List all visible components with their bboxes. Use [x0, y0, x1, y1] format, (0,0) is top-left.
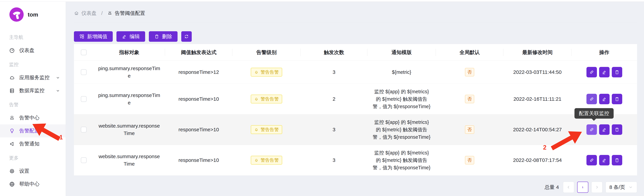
nav-section-main: 主导航	[0, 30, 66, 44]
home-icon	[74, 11, 79, 16]
window-top-strip	[0, 0, 644, 2]
alert-level-badge: 警告告警	[251, 125, 282, 134]
cloud-icon	[9, 75, 15, 81]
link-monitor-button[interactable]	[586, 94, 597, 104]
edit-icon	[602, 158, 607, 163]
metric-object: website.summary.responseTime	[93, 153, 165, 168]
global-default-badge: 否	[465, 95, 474, 103]
table-row: ping.summary.responseTime responseTime>1…	[74, 61, 637, 84]
trigger-expression: responseTime>12	[165, 68, 232, 76]
sidebar-item-label: 设置	[19, 168, 29, 174]
notify-template: 监控 ${app} 的 ${metrics} 的 ${metric} 触发阈值告…	[368, 88, 436, 110]
edit-icon	[122, 34, 127, 39]
refresh-button[interactable]	[181, 31, 192, 42]
trigger-expression: responseTime>10	[165, 126, 232, 133]
delete-row-button[interactable]	[612, 124, 622, 135]
col-header-template: 通知模版	[368, 49, 436, 56]
trigger-expression: responseTime>10	[165, 156, 232, 164]
notify-template: 监控 ${app} 的 ${metrics} 的 ${metric} 触发阈值告…	[368, 118, 436, 141]
col-header-level: 告警级别	[232, 49, 300, 56]
sidebar-item-app-service-monitor[interactable]: 应用服务监控	[0, 71, 66, 84]
table-row-hovered: website.summary.responseTime responseTim…	[74, 114, 637, 145]
alert-level-badge: 警告告警	[251, 156, 282, 164]
edit-row-button[interactable]	[599, 67, 610, 77]
delete-button[interactable]: 删除	[149, 31, 178, 42]
edit-button[interactable]: 编辑	[116, 31, 145, 42]
select-all-checkbox[interactable]	[81, 50, 86, 55]
current-page-button[interactable]: 1	[577, 182, 588, 193]
row-checkbox[interactable]	[81, 157, 86, 163]
trash-icon	[614, 127, 620, 132]
app-name: tom	[28, 11, 38, 18]
sidebar-item-label: 应用服务监控	[19, 74, 50, 81]
gear-icon	[9, 168, 15, 174]
edit-row-button[interactable]	[599, 124, 610, 135]
sidebar-item-alert-config[interactable]: 告警配置	[0, 124, 66, 137]
sidebar-item-alert-center[interactable]: 告警中心	[0, 111, 66, 124]
sidebar-item-settings[interactable]: 设置	[0, 164, 66, 177]
row-checkbox[interactable]	[81, 127, 86, 132]
sidebar-item-alert-notice[interactable]: 告警通知	[0, 137, 66, 150]
add-threshold-button[interactable]: 新增阈值	[74, 31, 113, 42]
global-default-badge: 否	[465, 68, 474, 76]
edit-row-button[interactable]	[599, 155, 610, 165]
link-icon	[589, 127, 594, 132]
sidebar-item-label: 数据库监控	[19, 87, 44, 94]
col-header-actions: 操作	[572, 49, 637, 56]
nav-section-more: 更多	[0, 150, 66, 164]
row-checkbox[interactable]	[81, 69, 86, 75]
dashboard-icon	[9, 48, 15, 53]
global-default-badge: 否	[465, 156, 474, 164]
sidebar-item-database-monitor[interactable]: 数据库监控	[0, 84, 66, 97]
row-actions	[586, 124, 622, 135]
delete-row-button[interactable]	[612, 155, 622, 165]
col-header-metric: 指标对象	[93, 49, 165, 56]
sidebar-item-label: 告警通知	[19, 140, 40, 147]
trigger-times: 3	[300, 156, 368, 164]
link-monitor-button-hovered[interactable]	[586, 124, 597, 135]
chevron-down-icon	[56, 88, 60, 93]
global-default-badge: 否	[465, 125, 474, 134]
modified-time: 2022-02-14T00:54:27	[504, 126, 572, 133]
siren-icon	[9, 115, 15, 121]
sidebar-item-dashboard[interactable]: 仪表盘	[0, 44, 66, 57]
chevron-down-icon	[56, 75, 60, 80]
row-checkbox[interactable]	[81, 96, 86, 102]
sidebar-item-help-center[interactable]: 帮助中心	[0, 177, 66, 190]
breadcrumb-dashboard[interactable]: 仪表盘	[74, 10, 96, 17]
modified-time: 2022-02-08T07:17:54	[504, 156, 572, 164]
edit-row-button[interactable]	[599, 94, 610, 104]
link-icon	[589, 158, 594, 163]
table-row: website.summary.responseTime responseTim…	[74, 145, 637, 175]
app-logo[interactable]: tom	[0, 0, 66, 22]
metric-object: ping.summary.responseTime	[93, 92, 165, 106]
trash-icon	[614, 96, 620, 102]
trigger-expression: responseTime>10	[165, 95, 232, 103]
sidebar: tom 主导航 仪表盘 监控 应用服务监控 数据库监控 告警 告警中心 告警配置	[0, 0, 66, 196]
metric-object: website.summary.responseTime	[93, 122, 165, 137]
trash-icon	[154, 34, 159, 39]
delete-row-button[interactable]	[612, 94, 622, 104]
link-monitor-button[interactable]	[586, 155, 597, 165]
modified-time: 2022-03-03T11:44:50	[504, 68, 572, 76]
row-actions	[586, 155, 622, 165]
page-size-select[interactable]: 8 条/页	[606, 182, 637, 193]
breadcrumb-current-page: 告警阈值配置	[107, 10, 145, 17]
siren-icon	[107, 11, 112, 16]
metric-object: ping.summary.responseTime	[93, 65, 165, 80]
delete-row-button[interactable]	[612, 67, 622, 77]
link-monitor-button[interactable]	[586, 67, 597, 77]
notify-template: 监控 ${app} 的 ${metrics} 的 ${metric} 触发阈值告…	[368, 149, 436, 171]
edit-icon	[602, 70, 607, 75]
bell-icon	[254, 158, 258, 162]
trigger-times: 3	[300, 126, 368, 133]
refresh-icon	[184, 34, 189, 39]
edit-icon	[602, 96, 607, 102]
link-icon	[589, 70, 594, 75]
modified-time: 2022-02-16T11:11:21	[504, 95, 572, 103]
tooltip-link-monitor: 配置关联监控	[574, 108, 614, 119]
next-page-button[interactable]	[591, 182, 602, 193]
alert-level-badge: 警告告警	[251, 95, 282, 103]
trash-icon	[614, 158, 620, 163]
prev-page-button[interactable]	[563, 182, 574, 193]
